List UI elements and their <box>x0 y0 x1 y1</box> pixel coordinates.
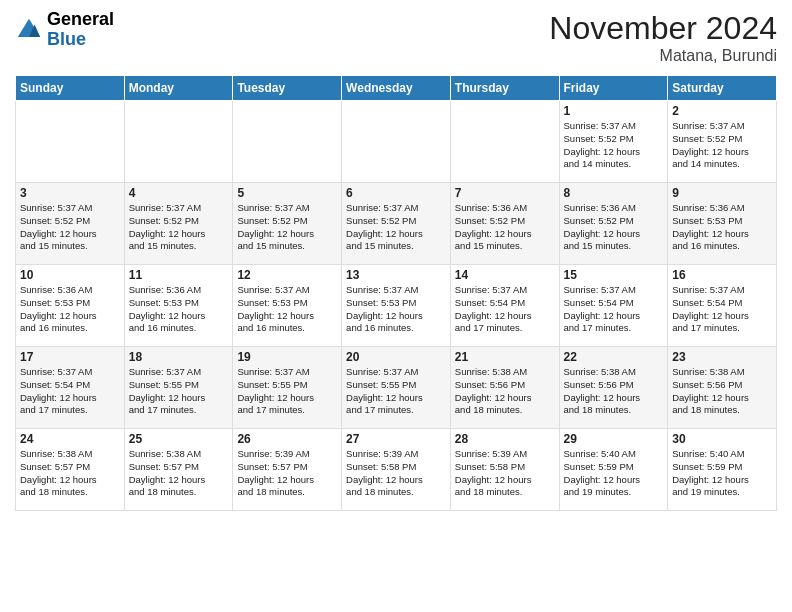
col-header-monday: Monday <box>124 76 233 101</box>
calendar-cell: 3Sunrise: 5:37 AM Sunset: 5:52 PM Daylig… <box>16 183 125 265</box>
day-info: Sunrise: 5:38 AM Sunset: 5:56 PM Dayligh… <box>672 366 772 417</box>
day-number: 15 <box>564 268 664 282</box>
day-info: Sunrise: 5:37 AM Sunset: 5:55 PM Dayligh… <box>346 366 446 417</box>
day-number: 19 <box>237 350 337 364</box>
calendar-cell: 4Sunrise: 5:37 AM Sunset: 5:52 PM Daylig… <box>124 183 233 265</box>
day-info: Sunrise: 5:37 AM Sunset: 5:53 PM Dayligh… <box>237 284 337 335</box>
col-header-tuesday: Tuesday <box>233 76 342 101</box>
day-info: Sunrise: 5:38 AM Sunset: 5:57 PM Dayligh… <box>20 448 120 499</box>
calendar-cell: 21Sunrise: 5:38 AM Sunset: 5:56 PM Dayli… <box>450 347 559 429</box>
day-number: 6 <box>346 186 446 200</box>
col-header-saturday: Saturday <box>668 76 777 101</box>
day-info: Sunrise: 5:37 AM Sunset: 5:54 PM Dayligh… <box>564 284 664 335</box>
day-number: 28 <box>455 432 555 446</box>
calendar-cell: 12Sunrise: 5:37 AM Sunset: 5:53 PM Dayli… <box>233 265 342 347</box>
day-info: Sunrise: 5:37 AM Sunset: 5:52 PM Dayligh… <box>20 202 120 253</box>
calendar-cell: 5Sunrise: 5:37 AM Sunset: 5:52 PM Daylig… <box>233 183 342 265</box>
day-number: 8 <box>564 186 664 200</box>
logo-icon <box>15 16 43 44</box>
calendar-cell: 20Sunrise: 5:37 AM Sunset: 5:55 PM Dayli… <box>342 347 451 429</box>
calendar-cell <box>124 101 233 183</box>
col-header-thursday: Thursday <box>450 76 559 101</box>
day-number: 22 <box>564 350 664 364</box>
calendar-week-3: 10Sunrise: 5:36 AM Sunset: 5:53 PM Dayli… <box>16 265 777 347</box>
calendar-cell: 16Sunrise: 5:37 AM Sunset: 5:54 PM Dayli… <box>668 265 777 347</box>
day-info: Sunrise: 5:37 AM Sunset: 5:55 PM Dayligh… <box>129 366 229 417</box>
calendar-cell: 6Sunrise: 5:37 AM Sunset: 5:52 PM Daylig… <box>342 183 451 265</box>
day-info: Sunrise: 5:39 AM Sunset: 5:57 PM Dayligh… <box>237 448 337 499</box>
calendar-cell: 24Sunrise: 5:38 AM Sunset: 5:57 PM Dayli… <box>16 429 125 511</box>
day-number: 12 <box>237 268 337 282</box>
day-info: Sunrise: 5:37 AM Sunset: 5:54 PM Dayligh… <box>672 284 772 335</box>
calendar-cell <box>233 101 342 183</box>
calendar-week-1: 1Sunrise: 5:37 AM Sunset: 5:52 PM Daylig… <box>16 101 777 183</box>
calendar-cell: 25Sunrise: 5:38 AM Sunset: 5:57 PM Dayli… <box>124 429 233 511</box>
day-number: 24 <box>20 432 120 446</box>
calendar-week-2: 3Sunrise: 5:37 AM Sunset: 5:52 PM Daylig… <box>16 183 777 265</box>
logo-general: General <box>47 10 114 30</box>
calendar-cell: 7Sunrise: 5:36 AM Sunset: 5:52 PM Daylig… <box>450 183 559 265</box>
day-info: Sunrise: 5:36 AM Sunset: 5:53 PM Dayligh… <box>129 284 229 335</box>
day-info: Sunrise: 5:37 AM Sunset: 5:53 PM Dayligh… <box>346 284 446 335</box>
day-info: Sunrise: 5:37 AM Sunset: 5:55 PM Dayligh… <box>237 366 337 417</box>
calendar-cell: 10Sunrise: 5:36 AM Sunset: 5:53 PM Dayli… <box>16 265 125 347</box>
day-info: Sunrise: 5:36 AM Sunset: 5:52 PM Dayligh… <box>564 202 664 253</box>
day-number: 27 <box>346 432 446 446</box>
calendar-cell <box>16 101 125 183</box>
calendar-cell: 11Sunrise: 5:36 AM Sunset: 5:53 PM Dayli… <box>124 265 233 347</box>
calendar-cell: 1Sunrise: 5:37 AM Sunset: 5:52 PM Daylig… <box>559 101 668 183</box>
day-number: 9 <box>672 186 772 200</box>
day-info: Sunrise: 5:37 AM Sunset: 5:52 PM Dayligh… <box>672 120 772 171</box>
calendar-cell: 9Sunrise: 5:36 AM Sunset: 5:53 PM Daylig… <box>668 183 777 265</box>
day-info: Sunrise: 5:38 AM Sunset: 5:56 PM Dayligh… <box>455 366 555 417</box>
day-info: Sunrise: 5:38 AM Sunset: 5:57 PM Dayligh… <box>129 448 229 499</box>
day-number: 23 <box>672 350 772 364</box>
logo: General Blue <box>15 10 114 50</box>
calendar-cell: 27Sunrise: 5:39 AM Sunset: 5:58 PM Dayli… <box>342 429 451 511</box>
day-number: 11 <box>129 268 229 282</box>
calendar-cell: 8Sunrise: 5:36 AM Sunset: 5:52 PM Daylig… <box>559 183 668 265</box>
calendar-cell: 18Sunrise: 5:37 AM Sunset: 5:55 PM Dayli… <box>124 347 233 429</box>
page: General Blue November 2024 Matana, Burun… <box>0 0 792 612</box>
day-info: Sunrise: 5:39 AM Sunset: 5:58 PM Dayligh… <box>455 448 555 499</box>
col-header-wednesday: Wednesday <box>342 76 451 101</box>
logo-blue: Blue <box>47 30 114 50</box>
calendar-cell <box>342 101 451 183</box>
day-number: 20 <box>346 350 446 364</box>
day-number: 5 <box>237 186 337 200</box>
calendar-cell: 2Sunrise: 5:37 AM Sunset: 5:52 PM Daylig… <box>668 101 777 183</box>
title-block: November 2024 Matana, Burundi <box>549 10 777 65</box>
calendar-table: SundayMondayTuesdayWednesdayThursdayFrid… <box>15 75 777 511</box>
day-number: 13 <box>346 268 446 282</box>
calendar-cell: 26Sunrise: 5:39 AM Sunset: 5:57 PM Dayli… <box>233 429 342 511</box>
calendar-week-5: 24Sunrise: 5:38 AM Sunset: 5:57 PM Dayli… <box>16 429 777 511</box>
day-info: Sunrise: 5:38 AM Sunset: 5:56 PM Dayligh… <box>564 366 664 417</box>
day-number: 26 <box>237 432 337 446</box>
day-info: Sunrise: 5:37 AM Sunset: 5:54 PM Dayligh… <box>455 284 555 335</box>
day-info: Sunrise: 5:36 AM Sunset: 5:53 PM Dayligh… <box>672 202 772 253</box>
day-info: Sunrise: 5:40 AM Sunset: 5:59 PM Dayligh… <box>564 448 664 499</box>
calendar-cell: 17Sunrise: 5:37 AM Sunset: 5:54 PM Dayli… <box>16 347 125 429</box>
day-number: 21 <box>455 350 555 364</box>
calendar-cell: 22Sunrise: 5:38 AM Sunset: 5:56 PM Dayli… <box>559 347 668 429</box>
day-number: 7 <box>455 186 555 200</box>
day-number: 14 <box>455 268 555 282</box>
day-info: Sunrise: 5:36 AM Sunset: 5:53 PM Dayligh… <box>20 284 120 335</box>
calendar-cell: 28Sunrise: 5:39 AM Sunset: 5:58 PM Dayli… <box>450 429 559 511</box>
col-header-sunday: Sunday <box>16 76 125 101</box>
day-number: 18 <box>129 350 229 364</box>
day-info: Sunrise: 5:37 AM Sunset: 5:52 PM Dayligh… <box>237 202 337 253</box>
calendar-week-4: 17Sunrise: 5:37 AM Sunset: 5:54 PM Dayli… <box>16 347 777 429</box>
day-number: 10 <box>20 268 120 282</box>
col-header-friday: Friday <box>559 76 668 101</box>
calendar-cell: 23Sunrise: 5:38 AM Sunset: 5:56 PM Dayli… <box>668 347 777 429</box>
day-info: Sunrise: 5:37 AM Sunset: 5:52 PM Dayligh… <box>346 202 446 253</box>
logo-text: General Blue <box>47 10 114 50</box>
header: General Blue November 2024 Matana, Burun… <box>15 10 777 65</box>
day-info: Sunrise: 5:37 AM Sunset: 5:52 PM Dayligh… <box>564 120 664 171</box>
day-number: 25 <box>129 432 229 446</box>
calendar-cell: 30Sunrise: 5:40 AM Sunset: 5:59 PM Dayli… <box>668 429 777 511</box>
month-year-title: November 2024 <box>549 10 777 47</box>
calendar-cell: 14Sunrise: 5:37 AM Sunset: 5:54 PM Dayli… <box>450 265 559 347</box>
day-number: 3 <box>20 186 120 200</box>
